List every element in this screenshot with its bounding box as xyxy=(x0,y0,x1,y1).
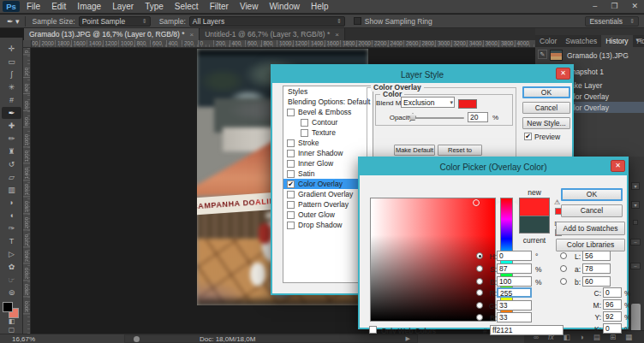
style-checkbox[interactable] xyxy=(287,201,295,209)
zoom-tool[interactable]: ⊚ xyxy=(2,287,21,299)
history-item[interactable]: ✎Gramado (13).JPG xyxy=(535,47,644,63)
value-field-r[interactable]: 255 xyxy=(497,287,532,298)
style-checkbox[interactable] xyxy=(287,150,295,157)
quick-selection-tool[interactable]: ✳ xyxy=(2,81,21,93)
close-tab-icon[interactable]: × xyxy=(335,31,339,38)
healing-brush-tool[interactable]: ✚ xyxy=(2,120,21,132)
ok-button[interactable]: OK xyxy=(561,188,623,201)
gamut-warning-icon[interactable]: ⚠ xyxy=(554,198,560,206)
document-tab[interactable]: Gramado (13).JPG @ 16,7% (Layer 0, RGB/8… xyxy=(24,28,200,40)
radio-b[interactable] xyxy=(476,314,483,321)
style-checkbox[interactable] xyxy=(287,170,295,178)
radio-l[interactable] xyxy=(560,252,567,259)
value-field-b[interactable]: 100 xyxy=(497,276,532,287)
document-info-field[interactable]: Doc: 18,0M/18,0M ▶ xyxy=(124,334,418,343)
value-field-y[interactable]: 92 xyxy=(603,311,622,322)
delete-layer-icon[interactable]: ▦ xyxy=(625,333,632,341)
radio-b[interactable] xyxy=(560,278,567,285)
ok-button[interactable]: OK xyxy=(522,86,570,98)
zoom-level[interactable]: 16,67% xyxy=(12,335,35,343)
value-field-g[interactable]: 33 xyxy=(497,300,532,310)
radio-r[interactable] xyxy=(476,289,483,296)
history-brush-source-icon[interactable]: ✎ xyxy=(538,50,547,59)
eyedropper-icon[interactable]: ✒ ▾ xyxy=(7,17,20,26)
crop-tool[interactable]: # xyxy=(2,94,21,106)
style-item-styles[interactable]: Styles xyxy=(283,86,373,97)
cancel-button[interactable]: Cancel xyxy=(522,102,570,114)
close-icon[interactable]: ✕ xyxy=(556,68,570,80)
panel-collapse-button[interactable]: ▾ xyxy=(631,201,640,209)
window-close-button[interactable]: ✕ xyxy=(629,1,641,12)
cancel-button[interactable]: Cancel xyxy=(561,204,623,217)
menu-type[interactable]: Type xyxy=(145,2,164,11)
value-field-h[interactable]: 0 xyxy=(497,251,532,261)
style-item-blending-options-default[interactable]: Blending Options: Default xyxy=(283,97,373,107)
panel-button[interactable]: – xyxy=(630,263,641,269)
current-color-swatch[interactable] xyxy=(519,216,550,234)
new-layer-icon[interactable]: ⊞ xyxy=(610,333,616,341)
window-restore-button[interactable]: ❐ xyxy=(608,1,620,12)
menu-select[interactable]: Select xyxy=(175,2,199,11)
blend-mode-select[interactable]: Exclusion▾ xyxy=(401,97,455,108)
show-sampling-ring-checkbox[interactable] xyxy=(354,17,361,25)
make-default-button[interactable]: Make Default xyxy=(394,145,435,156)
style-checkbox[interactable] xyxy=(301,129,308,137)
value-field-l[interactable]: 56 xyxy=(582,251,611,261)
blur-tool[interactable]: ◗ xyxy=(2,197,21,209)
style-checkbox[interactable] xyxy=(287,160,295,168)
brush-tool[interactable]: ✏ xyxy=(2,133,21,145)
radio-b[interactable] xyxy=(476,278,483,285)
style-checkbox[interactable] xyxy=(301,119,308,127)
style-checkbox[interactable] xyxy=(287,222,295,229)
only-web-colors-checkbox[interactable] xyxy=(369,326,377,334)
style-checkbox[interactable] xyxy=(287,139,295,147)
status-arrow-icon[interactable]: ▶ xyxy=(406,335,410,342)
radio-s[interactable] xyxy=(476,265,483,272)
menu-image[interactable]: Image xyxy=(77,2,101,11)
hex-field[interactable]: ff2121 xyxy=(490,325,564,335)
sample-size-select[interactable]: Point Sample⇕ xyxy=(79,16,151,27)
radio-g[interactable] xyxy=(476,302,483,309)
history-brush-tool[interactable]: ↺ xyxy=(2,158,21,170)
radio-h[interactable] xyxy=(476,252,483,259)
shape-tool[interactable]: ✿ xyxy=(2,261,21,273)
menu-window[interactable]: Window xyxy=(269,2,300,11)
layer-mask-icon[interactable]: ◧ xyxy=(564,333,570,341)
style-checkbox[interactable] xyxy=(287,109,295,116)
style-checkbox[interactable] xyxy=(287,211,295,219)
panel-menu-icon[interactable]: ▾≡ xyxy=(635,37,642,44)
dodge-tool[interactable]: ◖ xyxy=(2,210,21,222)
style-item-contour[interactable]: Contour xyxy=(283,117,373,127)
value-field-s[interactable]: 87 xyxy=(497,263,532,274)
path-selection-tool[interactable]: ▷ xyxy=(2,248,21,260)
radio-a[interactable] xyxy=(560,265,567,272)
eraser-tool[interactable]: ▱ xyxy=(2,171,21,183)
close-icon[interactable]: ✕ xyxy=(611,160,625,172)
panel-button[interactable] xyxy=(633,220,638,225)
menu-help[interactable]: Help xyxy=(311,2,329,11)
value-field-b[interactable]: 33 xyxy=(497,312,532,322)
value-field-c[interactable]: 0 xyxy=(603,287,622,298)
panel-collapse-button[interactable]: ▾ xyxy=(631,182,640,190)
new-style-button[interactable]: New Style... xyxy=(522,117,570,129)
window-minimize-button[interactable]: – xyxy=(590,1,599,12)
value-field-k[interactable]: 0 xyxy=(603,323,622,334)
style-item-stroke[interactable]: Stroke xyxy=(283,138,373,148)
opacity-value-field[interactable]: 20 xyxy=(468,112,488,122)
marquee-tool[interactable]: ▭ xyxy=(2,56,21,68)
eyedropper-tool[interactable]: ✒ xyxy=(2,107,21,119)
menu-edit[interactable]: Edit xyxy=(51,2,66,11)
pen-tool[interactable]: ✑ xyxy=(2,222,21,234)
menu-file[interactable]: File xyxy=(27,2,40,11)
hue-marker-right[interactable] xyxy=(514,198,518,205)
panel-tab-color[interactable]: Color xyxy=(535,35,561,47)
hand-tool[interactable]: ☞ xyxy=(2,274,21,286)
add-to-swatches-button[interactable]: Add to Swatches xyxy=(556,222,625,235)
move-tool[interactable]: ✛ xyxy=(2,43,21,55)
group-icon[interactable]: ▤ xyxy=(593,333,600,341)
opacity-slider[interactable] xyxy=(414,117,464,119)
lasso-tool[interactable]: ʃ xyxy=(2,68,21,80)
foreground-color-swatch[interactable] xyxy=(3,302,13,312)
menu-view[interactable]: View xyxy=(240,2,259,11)
reset-to-default-button[interactable]: Reset to Default xyxy=(438,145,482,156)
